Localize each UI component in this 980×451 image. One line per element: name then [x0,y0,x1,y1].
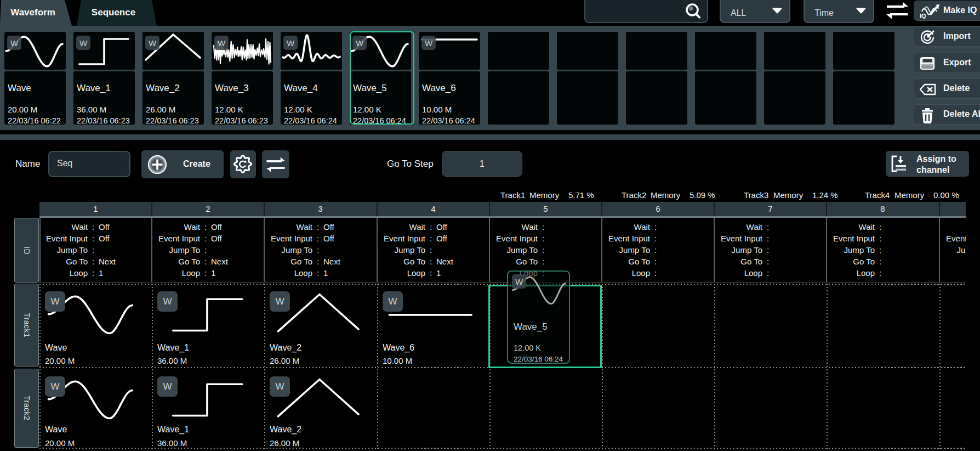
svg-text:IQ: IQ [920,13,926,19]
